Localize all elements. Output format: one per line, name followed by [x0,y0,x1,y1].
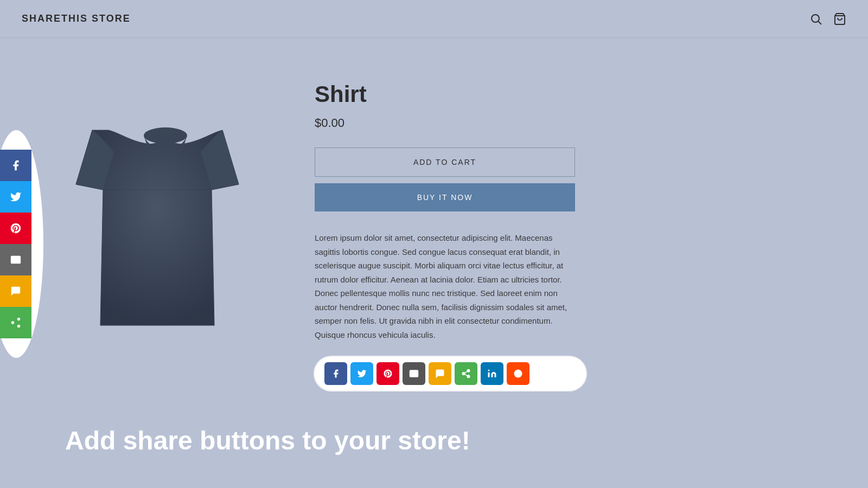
svg-point-5 [17,325,21,328]
share-linkedin-button[interactable] [481,362,503,385]
add-to-cart-button[interactable]: ADD TO CART [315,147,575,177]
svg-point-8 [144,127,187,144]
product-price: $0.00 [315,116,825,130]
sidebar-share [0,150,31,338]
header: SHARETHIS STORE [0,0,868,38]
product-title: Shirt [315,81,825,107]
share-email-button[interactable] [403,362,425,385]
share-pinterest-button[interactable] [376,362,399,385]
svg-line-12 [464,374,467,376]
share-facebook-button[interactable] [324,362,347,385]
svg-point-9 [467,370,470,373]
share-sharethis-button[interactable] [455,362,477,385]
share-reddit-button[interactable] [507,362,529,385]
header-actions [809,12,846,25]
svg-point-11 [467,375,470,378]
svg-point-4 [11,321,15,324]
main-content: Shirt $0.00 ADD TO CART BUY IT NOW Lorem… [0,38,868,423]
share-sms-button[interactable] [429,362,451,385]
product-image [60,81,255,342]
svg-line-13 [464,371,467,373]
sidebar-email-button[interactable] [0,244,31,275]
svg-line-6 [14,323,17,325]
svg-point-3 [17,318,21,321]
sidebar-facebook-button[interactable] [0,150,31,181]
svg-point-14 [488,370,490,371]
svg-point-0 [812,15,819,22]
cart-icon[interactable] [833,12,846,25]
share-buttons-row [315,357,586,390]
sidebar-sharethis-button[interactable] [0,307,31,338]
share-twitter-button[interactable] [350,362,373,385]
sidebar-pinterest-button[interactable] [0,213,31,244]
search-icon[interactable] [809,12,822,25]
sidebar-sms-button[interactable] [0,275,31,307]
svg-line-1 [819,21,822,24]
bottom-cta-text: Add share buttons to your store! [65,426,470,455]
svg-line-7 [14,320,17,322]
svg-point-10 [462,373,465,375]
product-info: Shirt $0.00 ADD TO CART BUY IT NOW Lorem… [315,70,825,390]
buy-now-button[interactable]: BUY IT NOW [315,183,575,211]
product-description: Lorem ipsum dolor sit amet, consectetur … [315,231,575,342]
store-logo: SHARETHIS STORE [22,13,131,24]
sidebar-twitter-button[interactable] [0,181,31,213]
bottom-cta: Add share buttons to your store! [65,426,470,455]
product-image-container [43,70,271,352]
